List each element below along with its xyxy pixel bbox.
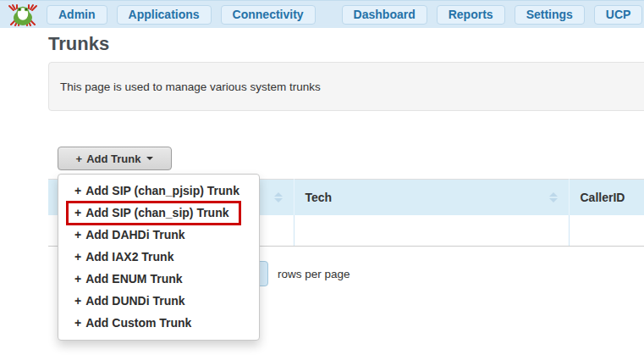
add-trunk-dropdown-menu: +Add SIP (chan_pjsip) Trunk +Add SIP (ch… xyxy=(58,174,260,341)
page-description-box: This page is used to manage various syst… xyxy=(48,62,644,111)
sort-icon[interactable] xyxy=(549,192,558,202)
menu-item-add-dundi-trunk[interactable]: +Add DUNDi Trunk xyxy=(58,290,259,312)
add-trunk-button[interactable]: + Add Trunk xyxy=(58,147,172,170)
table-cell xyxy=(569,215,644,247)
plus-icon: + xyxy=(74,316,81,330)
column-header-callerid[interactable]: CallerID xyxy=(569,180,644,215)
menu-item-label: Add SIP (chan_pjsip) Trunk xyxy=(85,184,239,197)
sort-icon[interactable] xyxy=(274,192,283,202)
nav-item-reports[interactable]: Reports xyxy=(437,5,505,25)
menu-item-label: Add ENUM Trunk xyxy=(85,272,182,286)
plus-icon: + xyxy=(76,153,83,165)
nav-item-applications[interactable]: Applications xyxy=(117,5,212,25)
plus-icon: + xyxy=(74,294,81,308)
table-cell xyxy=(294,215,569,247)
rows-per-page-label: rows per page xyxy=(278,268,350,280)
menu-item-label: Add Custom Trunk xyxy=(85,316,191,330)
nav-item-ucp[interactable]: UCP xyxy=(594,5,643,25)
menu-item-label: Add IAX2 Trunk xyxy=(85,250,173,263)
plus-icon: + xyxy=(74,250,81,263)
nav-item-connectivity[interactable]: Connectivity xyxy=(221,5,316,25)
menu-item-add-sip-chan-sip-trunk[interactable]: +Add SIP (chan_sip) Trunk xyxy=(58,202,259,224)
top-navbar: Admin Applications Connectivity Dashboar… xyxy=(0,0,644,28)
column-header-tech[interactable]: Tech xyxy=(294,180,569,215)
plus-icon: + xyxy=(74,228,81,241)
column-label: CallerID xyxy=(581,191,625,204)
plus-icon: + xyxy=(74,272,81,286)
menu-item-add-sip-chan-pjsip-trunk[interactable]: +Add SIP (chan_pjsip) Trunk xyxy=(58,180,259,202)
menu-item-label: Add DAHDi Trunk xyxy=(85,228,184,241)
menu-item-add-iax2-trunk[interactable]: +Add IAX2 Trunk xyxy=(58,246,259,268)
nav-item-dashboard[interactable]: Dashboard xyxy=(342,5,427,25)
menu-item-label: Add DUNDi Trunk xyxy=(85,294,184,308)
plus-icon: + xyxy=(74,184,81,197)
nav-item-settings[interactable]: Settings xyxy=(515,5,585,25)
plus-icon: + xyxy=(74,206,81,219)
menu-item-add-enum-trunk[interactable]: +Add ENUM Trunk xyxy=(58,268,259,290)
column-label: Tech xyxy=(305,191,333,204)
menu-item-label: Add SIP (chan_sip) Trunk xyxy=(85,206,228,219)
add-trunk-button-label: Add Trunk xyxy=(86,153,140,165)
nav-item-admin[interactable]: Admin xyxy=(47,5,107,25)
freepbx-frog-logo-icon xyxy=(7,3,39,26)
menu-item-add-custom-trunk[interactable]: +Add Custom Trunk xyxy=(58,312,259,334)
freepbx-screen: Admin Applications Connectivity Dashboar… xyxy=(0,0,644,355)
page-description-text: This page is used to manage various syst… xyxy=(60,80,321,93)
page-title: Trunks xyxy=(48,33,109,55)
caret-down-icon xyxy=(146,157,153,160)
menu-item-add-dahdi-trunk[interactable]: +Add DAHDi Trunk xyxy=(58,224,259,246)
